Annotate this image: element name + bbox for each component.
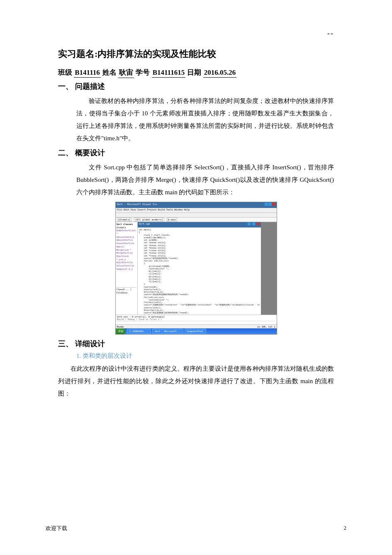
ide-scope-dropdown-2: [All global members] bbox=[134, 218, 164, 222]
ide-class-view-sidebar: Sort classes Globals BubbleSort(int * GI… bbox=[116, 222, 138, 315]
ide-sidebar-bottom-tabs: ClassV... | FileView bbox=[117, 287, 136, 294]
ide-sidebar-root: Sort classes bbox=[117, 223, 136, 226]
student-info-line: 班级 B141116 姓名 耿宙 学号 B14111615 日期 2016.05… bbox=[58, 68, 334, 78]
maximize-icon bbox=[252, 222, 255, 225]
maximize-icon bbox=[268, 203, 272, 206]
ide-window-title: Sort - Microsoft Visual C++ bbox=[117, 203, 158, 208]
footer-page-number: 2 bbox=[344, 525, 347, 532]
section-2-heading: 二、 概要设计 bbox=[58, 148, 334, 158]
section-3-paragraph: 在此次程序的设计中没有进行类的定义。程序的主要设计是使用各种内排序算法对随机生成… bbox=[58, 362, 334, 400]
minimize-icon bbox=[248, 222, 251, 225]
footer-left-text: 欢迎下载 bbox=[46, 525, 67, 532]
taskbar-item: C:\WINDOWS\... bbox=[127, 329, 151, 334]
ide-right-gray-panel bbox=[261, 222, 276, 315]
ide-window-controls bbox=[265, 203, 275, 208]
ide-titlebar: Sort - Microsoft Visual C++ bbox=[116, 202, 277, 208]
document-title: 实习题名:内排序算法的实现及性能比较 bbox=[58, 48, 334, 60]
ide-status-right: Ln 106, Col 1 bbox=[257, 325, 275, 328]
ide-toolbar bbox=[116, 213, 277, 218]
ide-code-tab-label: Sort.cpp bbox=[139, 222, 150, 227]
document-page: -- 实习题名:内排序算法的实现及性能比较 班级 B141116 姓名 耿宙 学… bbox=[0, 0, 392, 555]
id-value: B14111615 bbox=[152, 68, 185, 78]
ide-code-editor: int main() { clock_t start,finish; srand… bbox=[138, 227, 261, 315]
windows-taskbar: 开始 C:\WINDOWS\... Sort - Microsoft... Sn… bbox=[116, 328, 277, 334]
name-label: 姓名 bbox=[102, 68, 117, 76]
date-label: 日期 bbox=[187, 68, 201, 76]
name-value: 耿宙 bbox=[118, 68, 134, 78]
date-value: 2016.05.26 bbox=[203, 68, 237, 78]
ide-sidebar-item: GInsertSort(i bbox=[117, 236, 136, 239]
ide-scope-dropdowns: [Globals] [All global members] @ main bbox=[116, 218, 277, 222]
top-right-marker: -- bbox=[327, 29, 334, 38]
taskbar-item: SnapshotTool bbox=[185, 329, 206, 334]
ide-sidebar-item: MergeSort(in bbox=[117, 252, 136, 255]
ide-output-tabs: Build / Debug / Find in Files 1 / bbox=[117, 318, 275, 321]
taskbar-item: Sort - Microsoft... bbox=[152, 329, 183, 334]
ide-sidebar-item: BubbleSort(int * bbox=[117, 229, 136, 235]
embedded-ide-screenshot: Sort - Microsoft Visual C++ File Edit Vi… bbox=[115, 202, 277, 335]
class-value: B141116 bbox=[74, 68, 100, 78]
ide-sidebar-item: main() bbox=[117, 245, 136, 249]
ide-output-panel: Sort.exe - 0 error(s), 0 warning(s) Buil… bbox=[116, 315, 277, 324]
ide-scope-dropdown-1: [Globals] bbox=[117, 218, 132, 222]
start-button: 开始 bbox=[116, 328, 126, 334]
id-label: 学号 bbox=[136, 68, 150, 76]
ide-sidebar-item: QSort(int *,int,i bbox=[117, 255, 136, 261]
ide-sidebar-item: QuickSort(in bbox=[117, 261, 136, 264]
ide-code-area: Sort.cpp int main() { clock_t start,fini… bbox=[138, 222, 261, 315]
ide-sidebar-item: Merge(int * bbox=[117, 249, 136, 252]
ide-sidebar-globals: Globals bbox=[117, 226, 136, 230]
ide-sidebar-item: SelectSort(in bbox=[117, 264, 136, 268]
section-3-subheading-1: 1. 类和类的层次设计 bbox=[76, 352, 334, 360]
section-1-paragraph: 验证教材的各种内排序算法，分析各种排序算法的时间复杂度；改进教材中的快速排序算法… bbox=[76, 95, 334, 144]
ide-menubar: File Edit View Insert Project Build Tool… bbox=[116, 208, 277, 213]
ide-sidebar-item: Swap(int &,i bbox=[117, 268, 136, 271]
section-2-paragraph: 文件 Sort.cpp 中包括了简单选择排序 SelectSort()，直接插入… bbox=[76, 161, 334, 198]
ide-code-tab-controls bbox=[247, 222, 260, 227]
minimize-icon bbox=[265, 203, 268, 206]
ide-status-left: Ready bbox=[117, 325, 124, 328]
section-3-heading: 三、 详细设计 bbox=[58, 339, 334, 349]
close-icon bbox=[272, 203, 275, 206]
close-icon bbox=[257, 222, 260, 225]
page-footer: 欢迎下载 2 bbox=[46, 525, 346, 532]
section-1-heading: 一、 问题描述 bbox=[58, 81, 334, 91]
ide-sidebar-item: GQuickSort(i bbox=[117, 239, 136, 242]
ide-status-bar: Ready Ln 106, Col 1 bbox=[116, 324, 277, 328]
ide-sidebar-item: InsertSort(in bbox=[117, 242, 136, 245]
ide-body: Sort classes Globals BubbleSort(int * GI… bbox=[116, 222, 277, 315]
ide-code-tab: Sort.cpp bbox=[138, 222, 261, 227]
ide-scope-dropdown-3: @ main bbox=[167, 218, 178, 222]
class-label: 班级 bbox=[58, 68, 72, 76]
